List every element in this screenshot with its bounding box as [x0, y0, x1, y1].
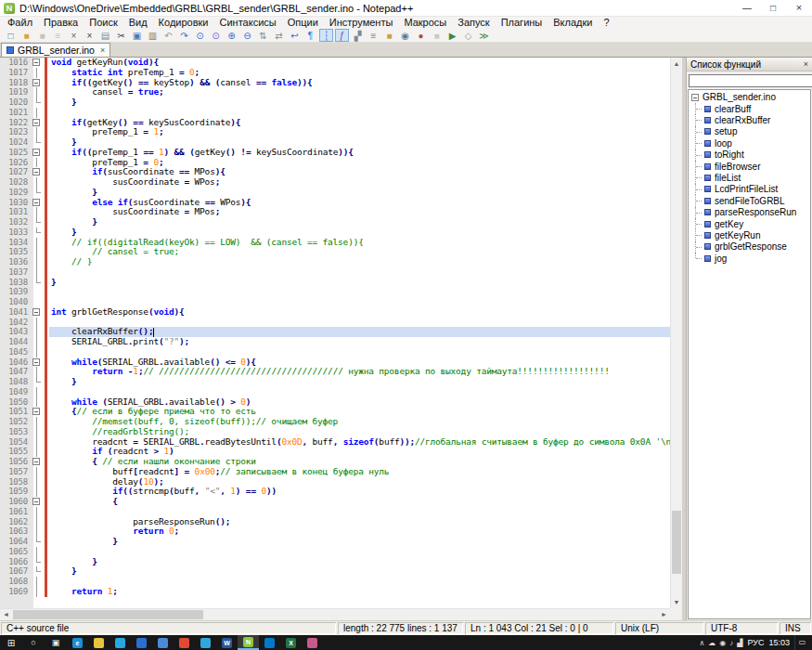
close-icon[interactable]: × — [67, 29, 81, 42]
code-line[interactable]: 1029 } — [0, 188, 670, 198]
code-line[interactable]: 1049 — [0, 387, 670, 397]
fold-margin[interactable] — [31, 68, 44, 78]
fold-margin[interactable] — [31, 547, 44, 557]
line-number[interactable]: 1028 — [0, 177, 31, 188]
code-line[interactable]: 1056 { // если нашли окончание строки — [0, 457, 670, 467]
line-number[interactable]: 1035 — [0, 247, 31, 257]
code-line[interactable]: 1025 if((preTemp_1 == 1) && (getKey() !=… — [0, 148, 670, 158]
line-number[interactable]: 1029 — [0, 188, 31, 198]
code-line[interactable]: 1037 — [0, 267, 670, 278]
code-text[interactable] — [49, 577, 670, 587]
scroll-right-icon[interactable]: ► — [658, 609, 670, 620]
line-number[interactable]: 1066 — [0, 557, 31, 567]
code-text[interactable] — [49, 318, 670, 328]
status-insert-mode[interactable]: INS — [780, 622, 811, 634]
fold-margin[interactable] — [31, 457, 44, 467]
line-number[interactable]: 1019 — [0, 87, 31, 98]
fold-margin[interactable] — [31, 98, 44, 108]
code-line[interactable]: 1043 clearRxBuffer(); — [0, 327, 670, 337]
fold-margin[interactable] — [31, 447, 44, 457]
code-text[interactable]: //readGrblString(); — [49, 427, 670, 437]
fold-margin[interactable] — [31, 487, 44, 497]
code-text[interactable]: { // если нашли окончание строки — [49, 457, 670, 467]
function-item[interactable]: clearRxBuffer — [689, 114, 810, 125]
network-icon[interactable]: ▟ — [737, 639, 742, 647]
code-line[interactable]: 1017 static int preTemp_1 = 0; — [0, 68, 670, 78]
horizontal-scrollbar[interactable]: ◄ ► — [0, 608, 670, 620]
fold-margin[interactable] — [31, 327, 44, 337]
code-text[interactable]: } — [49, 537, 670, 547]
code-line[interactable]: 1069 return 1; — [0, 587, 670, 597]
code-line[interactable]: 1047 return -1;// //////////////////////… — [0, 367, 670, 377]
tab-grbl-sender[interactable]: GRBL_sender.ino × — [1, 43, 110, 57]
code-text[interactable]: {// если в буфере приема что то есть — [49, 407, 670, 417]
line-number[interactable]: 1038 — [0, 278, 31, 288]
code-text[interactable]: //memset(buff, 0, sizeof(buff));// очища… — [49, 417, 670, 427]
line-number[interactable]: 1058 — [0, 477, 31, 488]
word-icon[interactable]: W — [216, 635, 238, 650]
code-line[interactable]: 1062 parseResponseRun(); — [0, 517, 670, 527]
code-text[interactable]: clearRxBuffer(); — [49, 327, 670, 337]
line-number[interactable]: 1023 — [0, 127, 31, 137]
line-number[interactable]: 1020 — [0, 98, 31, 108]
code-text[interactable]: if((strncmp(buff, "<", 1) == 0)) — [49, 487, 670, 497]
telegram-icon[interactable] — [195, 635, 216, 650]
code-line[interactable]: 1041int grblGetResponse(void){ — [0, 307, 670, 318]
sync-horizontal-icon[interactable]: ⇄ — [272, 29, 286, 42]
code-line[interactable]: 1053 //readGrblString(); — [0, 427, 670, 437]
fold-margin[interactable] — [31, 217, 44, 228]
code-line[interactable]: 1048 } — [0, 377, 670, 387]
fold-margin[interactable] — [31, 467, 44, 477]
line-number[interactable]: 1031 — [0, 207, 31, 217]
monitoring-icon[interactable]: ◉ — [398, 29, 412, 42]
code-text[interactable]: } — [49, 98, 670, 108]
panel-close-icon[interactable]: × — [804, 59, 808, 69]
line-number[interactable]: 1032 — [0, 217, 31, 228]
run-macro-multiple-icon[interactable]: ≫ — [477, 29, 491, 42]
code-text[interactable]: susCoordinate = WPos; — [49, 177, 670, 188]
fold-collapse-icon[interactable] — [32, 408, 40, 415]
code-text[interactable]: } — [49, 566, 670, 577]
fold-margin[interactable] — [31, 198, 44, 208]
code-line[interactable]: 1038} — [0, 278, 670, 288]
code-text[interactable] — [49, 507, 670, 517]
document-list-icon[interactable]: ≡ — [367, 29, 380, 42]
code-line[interactable]: 1064 } — [0, 537, 670, 547]
menu-item[interactable]: Файл — [2, 17, 38, 29]
line-number[interactable]: 1036 — [0, 257, 31, 267]
menu-item[interactable]: Синтаксисы — [214, 17, 282, 29]
new-file-icon[interactable]: □ — [4, 29, 18, 42]
fold-margin[interactable] — [31, 58, 44, 68]
sync-vertical-icon[interactable]: ⇅ — [256, 29, 270, 42]
fold-margin[interactable] — [31, 278, 44, 288]
fold-margin[interactable] — [31, 297, 44, 307]
code-text[interactable]: preTemp_1 = 1; — [49, 127, 670, 137]
zoom-out-icon[interactable]: ⊖ — [240, 29, 254, 42]
status-eol-format[interactable]: Unix (LF) — [615, 622, 703, 634]
fold-margin[interactable] — [31, 167, 44, 177]
code-text[interactable]: // } — [49, 257, 670, 267]
fold-margin[interactable] — [31, 437, 44, 448]
code-line[interactable]: 1042 — [0, 318, 670, 328]
function-tree-root[interactable]: GRBL_sender.ino — [689, 91, 810, 103]
line-number[interactable]: 1060 — [0, 497, 31, 507]
fold-margin[interactable] — [31, 367, 44, 377]
code-line[interactable]: 1067 } — [0, 566, 670, 577]
function-tree[interactable]: GRBL_sender.ino clearBuffclearRxBufferse… — [688, 89, 811, 619]
code-text[interactable]: return -1;// ///////////////////////////… — [49, 367, 670, 377]
taskbar-search-icon[interactable]: ○ — [22, 635, 45, 650]
code-text[interactable]: static int preTemp_1 = 0; — [49, 68, 670, 78]
code-line[interactable]: 1026 preTemp_1 = 0; — [0, 158, 670, 168]
line-number[interactable]: 1051 — [0, 407, 31, 417]
menu-item[interactable]: Правка — [38, 17, 84, 29]
menu-item[interactable]: Вкладки — [548, 17, 598, 29]
fold-margin[interactable] — [31, 207, 44, 217]
code-text[interactable]: } — [49, 188, 670, 198]
fold-margin[interactable] — [31, 337, 44, 347]
line-number[interactable]: 1040 — [0, 297, 31, 307]
explorer-icon[interactable] — [88, 635, 110, 650]
menu-item[interactable]: Макросы — [398, 17, 452, 29]
play-macro-icon[interactable]: ▶ — [445, 29, 459, 42]
code-text[interactable]: cansel = true; — [49, 87, 670, 98]
code-line[interactable]: 1058 delay(10); — [0, 477, 670, 488]
